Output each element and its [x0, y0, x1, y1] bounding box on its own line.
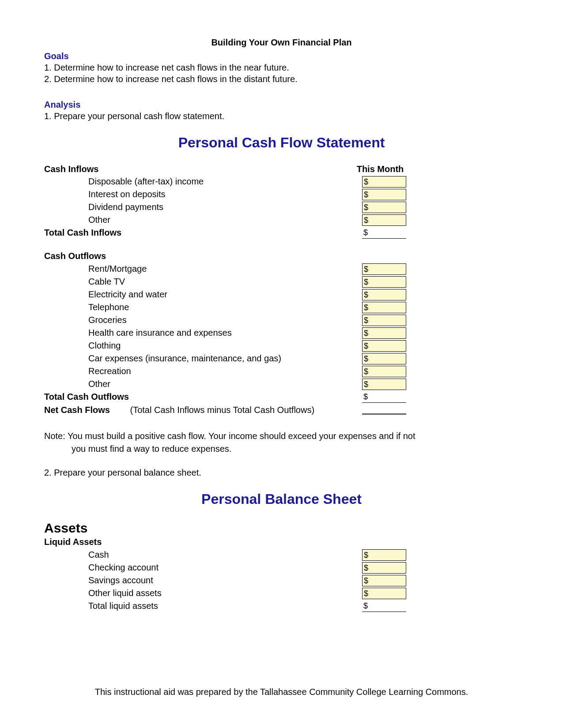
note-line: you must find a way to reduce expenses. [44, 443, 519, 455]
note-line: Note: You must build a positive cash flo… [44, 430, 519, 443]
step2-text: 2. Prepare your personal balance sheet. [44, 468, 519, 478]
outflow-input[interactable]: $ [362, 327, 406, 339]
inflow-input[interactable]: $ [362, 189, 406, 200]
inflow-label: Dividend payments [44, 202, 362, 212]
liquid-asset-label: Savings account [44, 575, 362, 585]
outflow-label: Telephone [44, 302, 362, 312]
outflow-input[interactable]: $ [362, 276, 406, 288]
goals-heading: Goals [44, 51, 519, 61]
outflow-label: Car expenses (insurance, maintenance, an… [44, 353, 362, 364]
balance-table: Liquid Assets Cash $ Checking account $ … [44, 536, 406, 612]
outflow-input[interactable]: $ [362, 353, 406, 364]
outflow-label: Recreation [44, 366, 362, 376]
inflow-input[interactable]: $ [362, 176, 406, 188]
net-note-text: (Total Cash Inflows minus Total Cash Out… [130, 405, 314, 415]
liquid-asset-input[interactable]: $ [362, 575, 406, 586]
cash-inflows-heading: Cash Inflows [44, 164, 354, 174]
goal-item: 1. Determine how to increase net cash fl… [44, 63, 519, 73]
outflow-input[interactable]: $ [362, 263, 406, 275]
assets-heading: Assets [44, 521, 519, 536]
outflow-label: Health care insurance and expenses [44, 328, 362, 338]
inflow-input[interactable]: $ [362, 214, 406, 226]
note-block: Note: You must build a positive cash flo… [44, 430, 519, 455]
analysis-heading: Analysis [44, 100, 519, 110]
liquid-asset-label: Cash [44, 550, 362, 560]
total-inflows-value: $ [362, 227, 406, 239]
outflow-input[interactable]: $ [362, 340, 406, 352]
total-liquid-value: $ [362, 600, 406, 612]
outflow-label: Clothing [44, 341, 362, 351]
net-label-text: Net Cash Flows [44, 405, 110, 415]
total-liquid-label: Total liquid assets [44, 601, 362, 611]
this-month-heading: This Month [354, 164, 406, 174]
inflow-label: Interest on deposits [44, 189, 362, 199]
outflow-label: Rent/Mortgage [44, 264, 362, 274]
inflow-input[interactable]: $ [362, 202, 406, 213]
inflow-label: Other [44, 215, 362, 225]
outflow-label: Cable TV [44, 277, 362, 287]
net-cash-flows-label: Net Cash Flows (Total Cash Inflows minus… [44, 405, 362, 415]
total-inflows-label: Total Cash Inflows [44, 228, 362, 238]
analysis-item: 1. Prepare your personal cash flow state… [44, 111, 519, 121]
total-outflows-label: Total Cash Outflows [44, 392, 362, 402]
liquid-asset-label: Checking account [44, 563, 362, 573]
liquid-asset-input[interactable]: $ [362, 549, 406, 561]
liquid-asset-input[interactable]: $ [362, 562, 406, 574]
liquid-asset-label: Other liquid assets [44, 588, 362, 598]
outflow-input[interactable]: $ [362, 379, 406, 390]
document-title: Building Your Own Financial Plan [44, 38, 519, 48]
balance-title: Personal Balance Sheet [44, 491, 519, 507]
cashflow-table: Cash Inflows This Month Disposable (afte… [44, 164, 406, 417]
cashflow-title: Personal Cash Flow Statement [44, 135, 519, 151]
total-outflows-value: $ [362, 391, 406, 403]
outflow-input[interactable]: $ [362, 315, 406, 326]
cash-outflows-heading: Cash Outflows [44, 251, 362, 261]
outflow-label: Other [44, 379, 362, 389]
outflow-input[interactable]: $ [362, 289, 406, 300]
net-cash-flows-value [362, 403, 406, 415]
outflow-label: Groceries [44, 315, 362, 325]
liquid-assets-heading: Liquid Assets [44, 537, 362, 547]
goal-item: 2. Determine how to increase net cash fl… [44, 74, 519, 84]
outflow-input[interactable]: $ [362, 302, 406, 313]
outflow-label: Electricity and water [44, 289, 362, 300]
outflow-input[interactable]: $ [362, 366, 406, 377]
inflow-label: Disposable (after-tax) income [44, 176, 362, 187]
footer-text: This instructional aid was prepared by t… [0, 687, 563, 697]
liquid-asset-input[interactable]: $ [362, 588, 406, 599]
